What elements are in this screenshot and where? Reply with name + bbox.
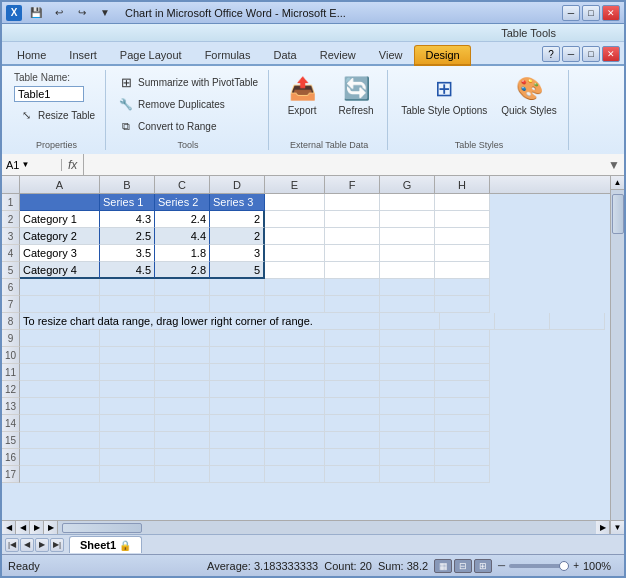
normal-view-btn[interactable]: ▦ xyxy=(434,559,452,573)
quick-styles-btn[interactable]: 🎨 Quick Styles xyxy=(496,72,562,119)
cell-H1[interactable] xyxy=(435,194,490,211)
ribbon-close-btn[interactable]: ✕ xyxy=(602,46,620,62)
cell-D3[interactable]: 2 xyxy=(210,228,265,245)
tab-home[interactable]: Home xyxy=(6,45,57,64)
cell-C6[interactable] xyxy=(155,279,210,296)
name-box-dropdown-icon[interactable]: ▼ xyxy=(21,160,29,169)
cell-A4[interactable]: Category 3 xyxy=(20,245,100,262)
save-btn[interactable]: 💾 xyxy=(26,4,46,22)
h-scroll-left-btn[interactable]: ◀ xyxy=(2,521,16,535)
cell-H8[interactable] xyxy=(550,313,605,330)
v-scroll-up-btn[interactable]: ▲ xyxy=(611,176,624,190)
cell-H4[interactable] xyxy=(435,245,490,262)
tab-view[interactable]: View xyxy=(368,45,414,64)
cell-E2[interactable] xyxy=(265,211,325,228)
tab-data[interactable]: Data xyxy=(262,45,307,64)
cell-F3[interactable] xyxy=(325,228,380,245)
horizontal-scrollbar[interactable]: ◀ ◀ ▶ ▶ ▶ xyxy=(2,520,610,534)
cell-E5[interactable] xyxy=(265,262,325,279)
v-scroll-down-btn[interactable]: ▼ xyxy=(611,520,624,534)
cell-B3[interactable]: 2.5 xyxy=(100,228,155,245)
convert-to-range-btn[interactable]: ⧉ Convert to Range xyxy=(114,116,262,136)
col-header-B[interactable]: B xyxy=(100,176,155,193)
cell-A1[interactable] xyxy=(20,194,100,211)
cell-H7[interactable] xyxy=(435,296,490,313)
zoom-out-btn[interactable]: ─ xyxy=(498,560,505,571)
cell-G4[interactable] xyxy=(380,245,435,262)
cell-F1[interactable] xyxy=(325,194,380,211)
cell-B2[interactable]: 4.3 xyxy=(100,211,155,228)
col-header-A[interactable]: A xyxy=(20,176,100,193)
summarize-pivot-btn[interactable]: ⊞ Summarize with PivotTable xyxy=(114,72,262,92)
cell-C3[interactable]: 4.4 xyxy=(155,228,210,245)
cell-D1[interactable]: Series 3 xyxy=(210,194,265,211)
minimize-btn[interactable]: ─ xyxy=(562,5,580,21)
cell-D6[interactable] xyxy=(210,279,265,296)
cell-A8[interactable]: To resize chart data range, drag lower r… xyxy=(20,313,380,330)
cell-G6[interactable] xyxy=(380,279,435,296)
v-scroll-thumb[interactable] xyxy=(612,194,624,234)
cell-F2[interactable] xyxy=(325,211,380,228)
cell-A2[interactable]: Category 1 xyxy=(20,211,100,228)
cell-C4[interactable]: 1.8 xyxy=(155,245,210,262)
export-btn[interactable]: 📤 Export xyxy=(277,72,327,119)
col-header-C[interactable]: C xyxy=(155,176,210,193)
page-break-view-btn[interactable]: ⊞ xyxy=(474,559,492,573)
page-layout-view-btn[interactable]: ⊟ xyxy=(454,559,472,573)
cell-C1[interactable]: Series 2 xyxy=(155,194,210,211)
ribbon-restore-btn[interactable]: □ xyxy=(582,46,600,62)
close-btn[interactable]: ✕ xyxy=(602,5,620,21)
cell-C7[interactable] xyxy=(155,296,210,313)
redo-btn[interactable]: ↪ xyxy=(72,4,92,22)
zoom-in-btn[interactable]: + xyxy=(573,560,579,571)
cell-B5[interactable]: 4.5 xyxy=(100,262,155,279)
col-header-F[interactable]: F xyxy=(325,176,380,193)
sheet-nav-prev[interactable]: ◀ xyxy=(20,538,34,552)
zoom-thumb[interactable] xyxy=(559,561,569,571)
cell-E4[interactable] xyxy=(265,245,325,262)
tab-design[interactable]: Design xyxy=(414,45,470,66)
col-header-G[interactable]: G xyxy=(380,176,435,193)
col-header-D[interactable]: D xyxy=(210,176,265,193)
cell-A6[interactable] xyxy=(20,279,100,296)
zoom-slider[interactable] xyxy=(509,564,569,568)
resize-table-btn[interactable]: ⤡ Resize Table xyxy=(14,105,99,125)
cell-G3[interactable] xyxy=(380,228,435,245)
cell-F6[interactable] xyxy=(325,279,380,296)
formula-expand-btn[interactable]: ▼ xyxy=(608,158,624,172)
h-scroll-end-btn[interactable]: ▶ xyxy=(596,521,610,535)
ribbon-help-btn[interactable]: ? xyxy=(542,46,560,62)
cell-F7[interactable] xyxy=(325,296,380,313)
formula-input[interactable] xyxy=(84,159,608,171)
cell-C2[interactable]: 2.4 xyxy=(155,211,210,228)
col-header-H[interactable]: H xyxy=(435,176,490,193)
cell-F4[interactable] xyxy=(325,245,380,262)
vertical-scrollbar[interactable]: ▲ ▼ xyxy=(610,176,624,534)
sheet-nav-last[interactable]: ▶| xyxy=(50,538,64,552)
cell-A5[interactable]: Category 4 xyxy=(20,262,100,279)
undo-btn[interactable]: ↩ xyxy=(49,4,69,22)
h-scroll-left2-btn[interactable]: ◀ xyxy=(16,521,30,535)
h-scroll-track[interactable] xyxy=(58,521,596,534)
cell-A3[interactable]: Category 2 xyxy=(20,228,100,245)
cell-E6[interactable] xyxy=(265,279,325,296)
cell-B4[interactable]: 3.5 xyxy=(100,245,155,262)
h-scroll-thumb[interactable] xyxy=(62,523,142,533)
cell-G5[interactable] xyxy=(380,262,435,279)
col-header-E[interactable]: E xyxy=(265,176,325,193)
table-name-input[interactable] xyxy=(14,86,84,102)
cell-D2[interactable]: 2 xyxy=(210,211,265,228)
cell-H3[interactable] xyxy=(435,228,490,245)
cell-F8[interactable] xyxy=(440,313,495,330)
ribbon-minimize-btn[interactable]: ─ xyxy=(562,46,580,62)
v-scroll-track[interactable] xyxy=(611,190,624,520)
cell-G7[interactable] xyxy=(380,296,435,313)
tab-review[interactable]: Review xyxy=(309,45,367,64)
cell-A7[interactable] xyxy=(20,296,100,313)
cell-E8[interactable] xyxy=(380,313,440,330)
cell-G8[interactable] xyxy=(495,313,550,330)
cell-H5[interactable] xyxy=(435,262,490,279)
cell-G2[interactable] xyxy=(380,211,435,228)
cell-H2[interactable] xyxy=(435,211,490,228)
cell-B1[interactable]: Series 1 xyxy=(100,194,155,211)
